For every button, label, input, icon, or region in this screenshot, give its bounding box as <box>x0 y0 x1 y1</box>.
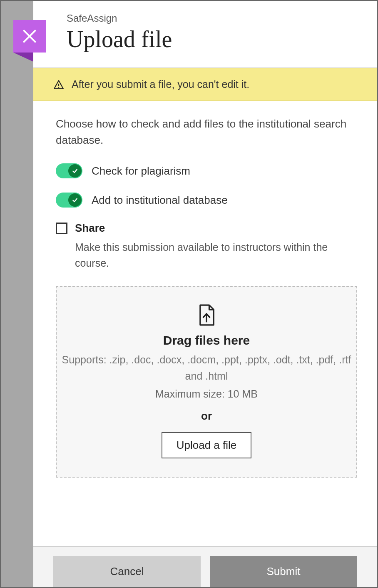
close-ribbon-tail <box>13 53 33 62</box>
panel-footer: Cancel Submit <box>33 546 377 587</box>
header-overline: SafeAssign <box>67 13 357 24</box>
dropzone-maxsize: Maximum size: 10 MB <box>62 386 351 402</box>
intro-text: Choose how to check and add files to the… <box>56 116 357 148</box>
toggle-plagiarism[interactable] <box>56 163 82 178</box>
check-icon <box>72 168 78 174</box>
upload-panel: SafeAssign Upload file After you submit … <box>33 1 377 587</box>
share-description: Make this submission available to instru… <box>75 240 357 271</box>
toggle-institutional-label: Add to institutional database <box>92 194 228 207</box>
page-title: Upload file <box>67 26 357 53</box>
cancel-button[interactable]: Cancel <box>53 556 201 587</box>
dropzone-or: or <box>62 408 351 424</box>
left-rail <box>1 1 33 587</box>
svg-point-3 <box>58 87 60 88</box>
share-checkbox[interactable] <box>56 223 67 234</box>
toggle-plagiarism-row: Check for plagiarism <box>56 163 357 178</box>
share-label: Share <box>75 222 105 235</box>
check-icon <box>72 197 78 203</box>
dropzone-supports: Supports: .zip, .doc, .docx, .docm, .ppt… <box>62 352 351 384</box>
warning-icon <box>53 79 64 90</box>
file-upload-icon <box>62 304 351 328</box>
dropzone-title: Drag files here <box>62 333 351 348</box>
panel-header: SafeAssign Upload file <box>33 1 377 68</box>
toggle-knob <box>68 164 82 178</box>
toggle-plagiarism-label: Check for plagiarism <box>92 165 190 178</box>
toggle-institutional[interactable] <box>56 193 82 208</box>
panel-content: Choose how to check and add files to the… <box>33 101 377 546</box>
upload-file-button[interactable]: Upload a file <box>162 432 252 458</box>
share-row: Share <box>56 222 357 235</box>
file-dropzone[interactable]: Drag files here Supports: .zip, .doc, .d… <box>56 286 357 478</box>
warning-text: After you submit a file, you can't edit … <box>72 78 249 90</box>
toggle-knob <box>68 193 82 207</box>
warning-banner: After you submit a file, you can't edit … <box>33 68 377 101</box>
toggle-institutional-row: Add to institutional database <box>56 193 357 208</box>
submit-button[interactable]: Submit <box>210 556 357 587</box>
